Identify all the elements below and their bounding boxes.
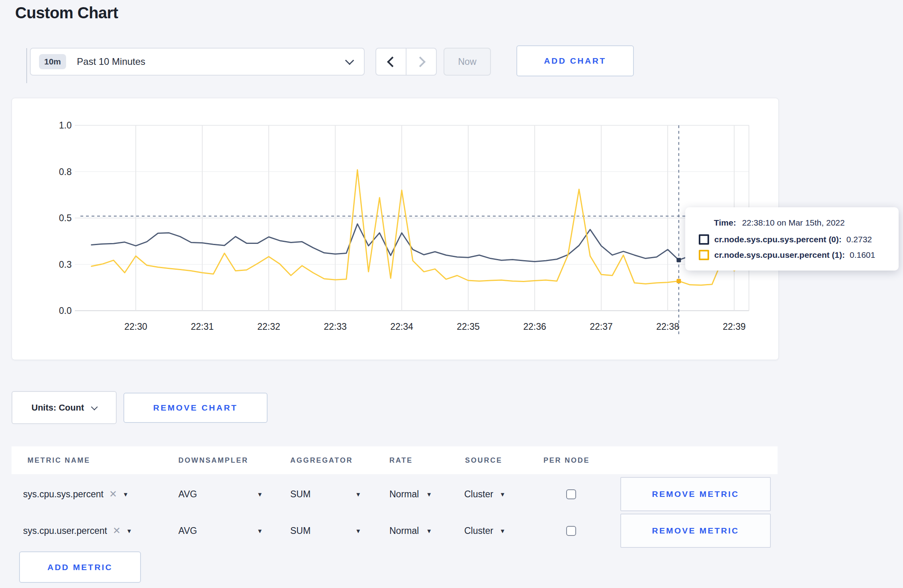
rate-select[interactable]: Normal ▼ bbox=[389, 514, 432, 548]
metric-name-value: sys.cpu.sys.percent bbox=[23, 489, 104, 500]
tooltip-series-row: cr.node.sys.cpu.user.percent (1): 0.1601 bbox=[699, 250, 899, 260]
metric-name-value: sys.cpu.user.percent bbox=[23, 526, 107, 536]
chart-tooltip: Time: 22:38:10 on Mar 15th, 2022 cr.node… bbox=[685, 207, 899, 271]
rate-value: Normal bbox=[389, 489, 419, 500]
tooltip-time-value: 22:38:10 on Mar 15th, 2022 bbox=[742, 218, 845, 228]
column-header-metric-name: METRIC NAME bbox=[27, 446, 90, 474]
caret-down-icon: ▼ bbox=[126, 528, 132, 534]
x-tick-label: 22:36 bbox=[515, 320, 555, 333]
chevron-left-icon bbox=[387, 56, 398, 67]
caret-down-icon: ▼ bbox=[426, 528, 432, 534]
next-time-button[interactable] bbox=[406, 48, 437, 76]
tooltip-series-label: cr.node.sys.cpu.user.percent (1): bbox=[714, 250, 845, 260]
clear-metric-icon[interactable]: ✕ bbox=[113, 525, 121, 536]
downsampler-select[interactable]: AVG ▼ bbox=[178, 477, 263, 511]
page-title: Custom Chart bbox=[15, 2, 118, 24]
per-node-cell bbox=[566, 514, 576, 548]
time-range-badge: 10m bbox=[39, 54, 66, 69]
caret-down-icon: ▼ bbox=[257, 528, 263, 534]
caret-down-icon: ▼ bbox=[500, 491, 506, 498]
downsampler-select[interactable]: AVG ▼ bbox=[178, 514, 263, 548]
now-button[interactable]: Now bbox=[444, 48, 491, 76]
chart-card: 0.00.30.50.81.0 22:3022:3122:3222:3322:3… bbox=[12, 98, 779, 360]
y-tick-label: 0.8 bbox=[46, 165, 72, 178]
time-nav-group bbox=[375, 48, 437, 76]
rate-value: Normal bbox=[389, 526, 419, 536]
chevron-down-icon bbox=[345, 56, 354, 65]
source-select[interactable]: Cluster ▼ bbox=[464, 477, 506, 511]
tooltip-series-value: 0.1601 bbox=[850, 250, 875, 260]
source-value: Cluster bbox=[464, 526, 493, 536]
x-tick-label: 22:39 bbox=[714, 320, 754, 333]
toolbar-divider bbox=[26, 48, 27, 83]
downsampler-value: AVG bbox=[178, 526, 197, 536]
x-tick-label: 22:31 bbox=[182, 320, 222, 333]
units-dropdown-label: Units: Count bbox=[31, 403, 84, 413]
column-header-source: SOURCE bbox=[465, 446, 502, 474]
caret-down-icon: ▼ bbox=[355, 528, 361, 534]
y-tick-label: 1.0 bbox=[46, 119, 72, 132]
custom-chart-page: Custom Chart 10m Past 10 Minutes Now ADD… bbox=[0, 0, 903, 588]
remove-chart-button[interactable]: REMOVE CHART bbox=[123, 393, 268, 423]
remove-metric-button[interactable]: REMOVE METRIC bbox=[620, 477, 771, 511]
units-dropdown[interactable]: Units: Count bbox=[12, 391, 117, 424]
rate-select[interactable]: Normal ▼ bbox=[389, 477, 432, 511]
tooltip-series-row: cr.node.sys.cpu.sys.percent (0): 0.2732 bbox=[699, 234, 899, 245]
caret-down-icon: ▼ bbox=[257, 491, 263, 498]
column-header-per-node: PER NODE bbox=[543, 446, 590, 474]
y-tick-label: 0.5 bbox=[46, 212, 72, 224]
x-tick-label: 22:37 bbox=[581, 320, 621, 333]
prev-time-button[interactable] bbox=[375, 48, 407, 76]
source-select[interactable]: Cluster ▼ bbox=[464, 514, 506, 548]
source-value: Cluster bbox=[464, 489, 493, 500]
caret-down-icon: ▼ bbox=[426, 491, 432, 498]
add-metric-button[interactable]: ADD METRIC bbox=[19, 551, 141, 583]
add-chart-button[interactable]: ADD CHART bbox=[516, 45, 634, 76]
aggregator-select[interactable]: SUM ▼ bbox=[290, 477, 361, 511]
aggregator-value: SUM bbox=[290, 526, 311, 536]
caret-down-icon: ▼ bbox=[355, 491, 361, 498]
column-header-downsampler: DOWNSAMPLER bbox=[178, 446, 248, 474]
chevron-right-icon bbox=[415, 56, 426, 67]
downsampler-value: AVG bbox=[178, 489, 197, 500]
aggregator-select[interactable]: SUM ▼ bbox=[290, 514, 361, 548]
y-tick-label: 0.3 bbox=[46, 258, 72, 271]
metric-name-select[interactable]: sys.cpu.user.percent ✕ ▼ bbox=[23, 514, 132, 548]
metrics-table-header: METRIC NAME DOWNSAMPLER AGGREGATOR RATE … bbox=[12, 446, 778, 474]
tooltip-time-label: Time: bbox=[714, 218, 736, 228]
time-range-label: Past 10 Minutes bbox=[77, 56, 346, 67]
per-node-checkbox[interactable] bbox=[566, 489, 576, 499]
x-tick-label: 22:33 bbox=[315, 320, 355, 333]
tooltip-series-label: cr.node.sys.cpu.sys.percent (0): bbox=[714, 235, 842, 244]
tooltip-series-value: 0.2732 bbox=[846, 235, 872, 244]
series-line-0 bbox=[92, 224, 745, 262]
time-range-dropdown[interactable]: 10m Past 10 Minutes bbox=[30, 48, 365, 76]
column-header-aggregator: AGGREGATOR bbox=[290, 446, 353, 474]
caret-down-icon: ▼ bbox=[123, 491, 129, 498]
x-tick-label: 22:32 bbox=[249, 320, 289, 333]
per-node-cell bbox=[566, 477, 576, 511]
x-tick-label: 22:34 bbox=[382, 320, 422, 333]
aggregator-value: SUM bbox=[290, 489, 311, 500]
clear-metric-icon[interactable]: ✕ bbox=[109, 489, 117, 500]
series-line-1 bbox=[92, 170, 745, 285]
x-tick-label: 22:35 bbox=[448, 320, 488, 333]
per-node-checkbox[interactable] bbox=[566, 526, 576, 536]
metric-name-select[interactable]: sys.cpu.sys.percent ✕ ▼ bbox=[23, 477, 129, 511]
caret-down-icon: ▼ bbox=[500, 528, 506, 534]
x-tick-label: 22:30 bbox=[116, 320, 156, 333]
column-header-rate: RATE bbox=[389, 446, 413, 474]
x-tick-label: 22:38 bbox=[648, 320, 688, 333]
tooltip-time-row: Time: 22:38:10 on Mar 15th, 2022 bbox=[714, 218, 899, 228]
remove-metric-button[interactable]: REMOVE METRIC bbox=[620, 514, 771, 548]
y-tick-label: 0.0 bbox=[46, 304, 72, 317]
series-sys-swatch-icon bbox=[699, 234, 709, 245]
series-user-swatch-icon bbox=[699, 250, 709, 260]
chevron-down-icon bbox=[91, 403, 98, 410]
